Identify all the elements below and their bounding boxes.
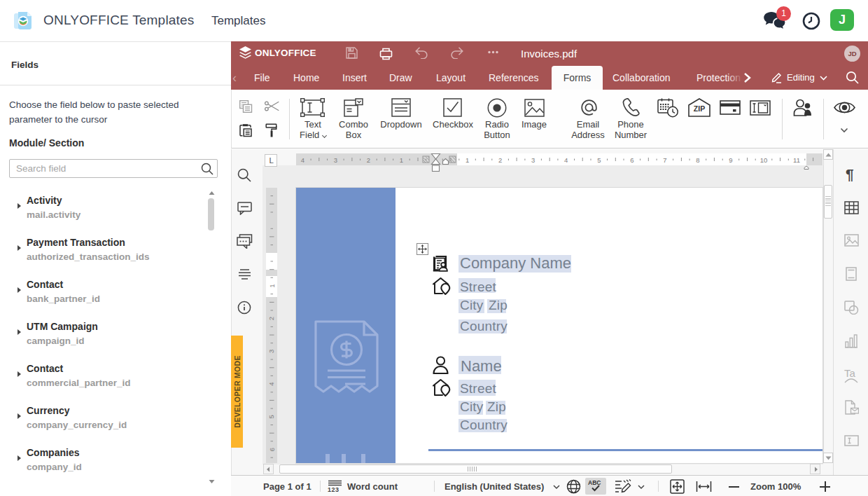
svg-text:10: 10 [760, 156, 768, 164]
svg-text:1: 1 [465, 156, 469, 164]
svg-text:2: 2 [268, 317, 276, 320]
svg-text:3: 3 [268, 350, 276, 353]
svg-text:9: 9 [729, 156, 732, 164]
svg-text:4: 4 [268, 382, 276, 385]
svg-text:7: 7 [663, 156, 666, 164]
svg-text:6: 6 [268, 448, 276, 451]
svg-text:1: 1 [400, 156, 403, 164]
svg-text:3: 3 [334, 156, 337, 164]
svg-text:5: 5 [268, 415, 276, 418]
svg-text:11: 11 [793, 156, 800, 164]
svg-text:4: 4 [564, 156, 568, 164]
svg-text:2: 2 [498, 156, 502, 164]
svg-text:8: 8 [696, 156, 699, 164]
svg-text:5: 5 [597, 156, 601, 164]
svg-text:1: 1 [268, 284, 276, 287]
svg-text:3: 3 [531, 156, 535, 164]
svg-text:2: 2 [367, 156, 370, 164]
svg-text:6: 6 [630, 156, 634, 164]
svg-text:4: 4 [301, 156, 304, 164]
